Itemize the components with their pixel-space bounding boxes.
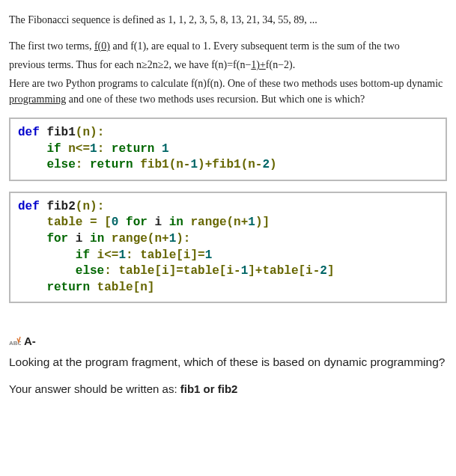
keyword-in: in	[90, 232, 104, 245]
number: 1	[190, 158, 198, 171]
spellcheck-icon: ABC	[9, 336, 21, 348]
keyword-def: def	[18, 126, 40, 139]
indent	[18, 264, 76, 278]
keyword-return: return	[90, 158, 133, 171]
number: 2	[262, 158, 270, 171]
var: i	[68, 232, 90, 245]
bracket: )]	[255, 216, 270, 229]
question-block: ABC A- Looking at the program fragment, …	[9, 333, 447, 397]
question-header: ABC A-	[9, 333, 447, 350]
params: (n):	[76, 200, 104, 213]
number: 1	[248, 216, 255, 229]
code-block-fib2: def fib2(n): table = [0 for i in range(n…	[9, 192, 447, 304]
indent	[18, 232, 46, 245]
number: 1	[241, 264, 249, 278]
function-name: fib2	[40, 200, 76, 213]
bracket: ]	[327, 264, 335, 278]
var: i	[148, 216, 169, 229]
number: 1	[154, 142, 168, 156]
condition: n<=	[61, 142, 90, 156]
question-text: Looking at the program fragment, which o…	[9, 353, 447, 370]
expr: )+fib1(n-	[198, 158, 262, 171]
text-underlined: programming	[9, 94, 66, 105]
expr: table[n]	[90, 281, 154, 294]
number: 1	[205, 248, 213, 262]
fn-notation: f(n)f(n)	[191, 78, 222, 89]
problem-statement: The Fibonacci sequence is defined as 1, …	[9, 12, 447, 107]
indent	[18, 281, 46, 294]
assign: : table[i]=	[126, 248, 205, 262]
function-name: fib1	[40, 126, 76, 139]
text: , we have	[168, 59, 211, 70]
keyword-else: else	[46, 158, 75, 171]
number: 1	[169, 232, 177, 245]
assign: table = [	[18, 216, 112, 229]
answer-hint: Your answer should be written as: fib1 o…	[9, 381, 447, 398]
text: The first two terms,	[9, 40, 94, 52]
text: and f(1), are equal to 1. Every subseque…	[110, 40, 400, 52]
f0-term: f(0)	[94, 40, 110, 52]
text: previous terms. Thus for each	[9, 59, 136, 70]
keyword-return: return	[46, 281, 90, 294]
intro-line-4: Here are two Python programs to calculat…	[9, 76, 447, 107]
number: 0	[112, 216, 119, 229]
colon: :	[76, 158, 90, 171]
colon: :	[97, 142, 112, 156]
params: (n):	[76, 126, 104, 139]
keyword-for: for	[126, 216, 148, 229]
intro-line-1: The Fibonacci sequence is defined as 1, …	[9, 12, 447, 28]
expr: ]+table[i-	[248, 264, 320, 278]
number: 1	[118, 248, 126, 262]
expr: fib1(n-	[133, 158, 191, 171]
call: range(n+	[183, 216, 248, 229]
code-block-fib1: def fib1(n): if n<=1: return 1 else: ret…	[9, 118, 447, 181]
indent	[18, 248, 76, 262]
condition: i<=	[90, 248, 118, 262]
call: range(n+	[104, 232, 168, 245]
keyword-def: def	[18, 200, 40, 213]
hint-options: fib1 or fib2	[180, 382, 238, 395]
keyword-in: in	[169, 216, 183, 229]
keyword-else: else	[76, 264, 104, 278]
inequality: n≥2n≥2	[136, 59, 168, 70]
paren: )	[270, 158, 277, 171]
text: and one of these two methods uses recurs…	[66, 94, 365, 105]
keyword-if: if	[76, 248, 90, 262]
space	[118, 216, 126, 229]
question-label: A-	[24, 333, 36, 350]
assign: : table[i]=table[i-	[104, 264, 240, 278]
text: . One of these two methods uses bottom-u…	[222, 78, 443, 89]
hint-prefix: Your answer should be written as:	[9, 382, 180, 395]
keyword-return: return	[112, 142, 155, 156]
recurrence-eq: f(n)=f(n−1)+f(n−2).	[211, 59, 295, 70]
number: 2	[320, 264, 327, 278]
paren: ):	[176, 232, 190, 245]
number: 1	[90, 142, 97, 156]
intro-line-3: previous terms. Thus for each n≥2n≥2, we…	[9, 57, 447, 73]
text: Here are two Python programs to calculat…	[9, 78, 191, 89]
intro-line-2: The first two terms, f(0) and f(1), are …	[9, 38, 447, 54]
keyword-for: for	[46, 232, 68, 245]
keyword-if: if	[46, 142, 61, 156]
